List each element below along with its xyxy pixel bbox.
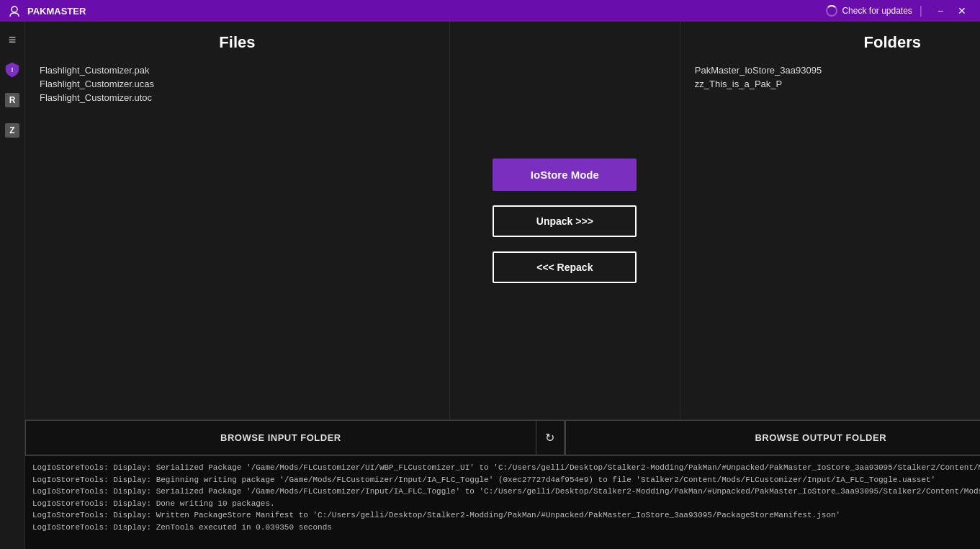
spinner-icon bbox=[826, 5, 837, 17]
refresh-input-button[interactable]: ↻ bbox=[536, 420, 565, 455]
svg-point-0 bbox=[12, 6, 17, 12]
r-icon: R bbox=[5, 93, 19, 107]
log-line-3: LogIoStoreTools: Display: Serialized Pac… bbox=[32, 486, 980, 498]
sidebar-item-z[interactable]: Z bbox=[0, 118, 24, 143]
sidebar-menu-button[interactable]: ≡ bbox=[0, 27, 24, 52]
sidebar-item-r[interactable]: R bbox=[0, 88, 24, 112]
shield-icon: ! bbox=[5, 62, 19, 78]
folder-item-1: PakMaster_IoStore_3aa93095 bbox=[695, 63, 980, 77]
log-line-5: LogIoStoreTools: Display: Written Packag… bbox=[32, 509, 980, 522]
z-icon: Z bbox=[5, 123, 19, 138]
log-line-2: LogIoStoreTools: Display: Beginning writ… bbox=[32, 474, 980, 486]
titlebar: PAKMASTER Check for updates | − ✕ bbox=[0, 0, 980, 22]
separator: | bbox=[920, 4, 922, 17]
app-title: PAKMASTER bbox=[27, 6, 826, 17]
file-item-3: Flashlight_Customizer.utoc bbox=[40, 91, 435, 104]
file-item-2: Flashlight_Customizer.ucas bbox=[40, 77, 435, 91]
center-panel: IoStore Mode Unpack >>> <<< Repack bbox=[450, 22, 680, 419]
files-panel: Files Flashlight_Customizer.pak Flashlig… bbox=[25, 22, 450, 419]
log-line-1: LogIoStoreTools: Display: Serialized Pac… bbox=[32, 462, 980, 474]
folder-item-2: zz_This_is_a_Pak_P bbox=[695, 77, 980, 91]
files-folders-section: Files Flashlight_Customizer.pak Flashlig… bbox=[25, 22, 980, 419]
app-logo bbox=[7, 4, 22, 18]
log-line-4: LogIoStoreTools: Display: Done writing 1… bbox=[32, 498, 980, 510]
browse-output-area: BROWSE OUTPUT FOLDER ↻ bbox=[565, 420, 980, 455]
sidebar: ≡ ! R Z bbox=[0, 22, 25, 549]
refresh-input-icon: ↻ bbox=[545, 431, 554, 445]
file-item-1: Flashlight_Customizer.pak bbox=[40, 63, 435, 77]
unpack-button[interactable]: Unpack >>> bbox=[493, 205, 637, 237]
repack-button[interactable]: <<< Repack bbox=[493, 251, 637, 283]
svg-text:!: ! bbox=[12, 66, 14, 73]
main-container: ≡ ! R Z Files Flashlight_Customizer.pak … bbox=[0, 22, 980, 549]
browse-input-button[interactable]: BROWSE INPUT FOLDER bbox=[25, 420, 536, 455]
content-area: Files Flashlight_Customizer.pak Flashlig… bbox=[25, 22, 980, 549]
folders-header: Folders bbox=[695, 33, 980, 52]
check-updates-label: Check for updates bbox=[842, 6, 912, 16]
iostore-mode-button[interactable]: IoStore Mode bbox=[493, 159, 637, 191]
sidebar-item-shield[interactable]: ! bbox=[0, 58, 24, 82]
files-header: Files bbox=[40, 33, 435, 52]
close-button[interactable]: ✕ bbox=[951, 0, 973, 22]
browse-section: BROWSE INPUT FOLDER ↻ BROWSE OUTPUT FOLD… bbox=[25, 419, 980, 455]
check-updates-button[interactable]: Check for updates bbox=[826, 5, 912, 17]
browse-output-button[interactable]: BROWSE OUTPUT FOLDER bbox=[565, 420, 980, 455]
folders-panel: Folders PakMaster_IoStore_3aa93095 zz_Th… bbox=[680, 22, 980, 419]
log-line-6: LogIoStoreTools: Display: ZenTools execu… bbox=[32, 522, 980, 534]
minimize-button[interactable]: − bbox=[930, 0, 951, 22]
browse-input-area: BROWSE INPUT FOLDER ↻ bbox=[25, 420, 565, 455]
log-section[interactable]: LogIoStoreTools: Display: Serialized Pac… bbox=[25, 455, 980, 549]
